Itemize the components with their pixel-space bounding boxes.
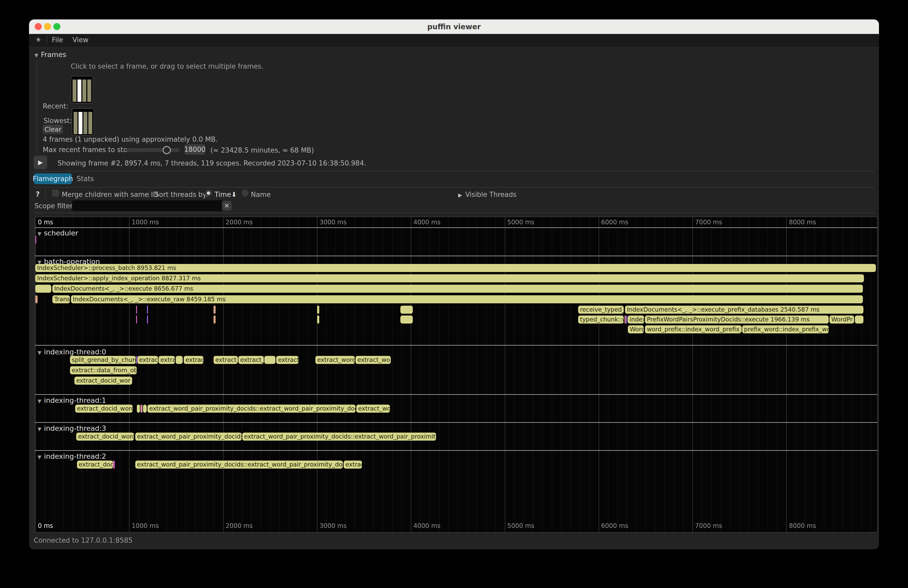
flame-bar[interactable]: extract_docid_word bbox=[76, 432, 134, 440]
flame-bar[interactable] bbox=[176, 356, 183, 364]
flame-bar[interactable] bbox=[400, 315, 413, 323]
flame-bar[interactable] bbox=[136, 315, 137, 323]
flame-bar[interactable]: WordPr bbox=[829, 315, 854, 323]
flame-bar[interactable]: extract_wo bbox=[356, 356, 391, 364]
sort-name-label[interactable]: Name bbox=[251, 191, 271, 198]
flame-bar[interactable]: IndexDocuments<_, _>::execute_raw 8459.1… bbox=[71, 295, 863, 303]
clear-filter-button[interactable]: ✕ bbox=[222, 201, 232, 210]
help-button[interactable]: ? bbox=[36, 190, 40, 198]
flame-bar[interactable] bbox=[137, 405, 140, 413]
frame-bar bbox=[79, 112, 82, 134]
frames-summary: 4 frames (1 unpacked) using approximatel… bbox=[43, 135, 218, 143]
menu-file[interactable]: File bbox=[52, 36, 63, 44]
flame-bar[interactable]: extract_word_pair_proximity_docids bbox=[135, 432, 242, 440]
flame-bar[interactable]: word_prefix::index_word_prefix_ bbox=[645, 325, 742, 333]
separator bbox=[149, 189, 149, 198]
flame-bar[interactable] bbox=[35, 295, 37, 303]
flame-bar[interactable] bbox=[147, 306, 148, 314]
flame-bar[interactable]: extract_word_pair_proximity_docids::extr… bbox=[135, 461, 343, 469]
flame-bar[interactable]: extract::data_from_ob bbox=[70, 366, 137, 374]
window-title: puffin viewer bbox=[29, 22, 879, 31]
flame-bar[interactable]: Word bbox=[628, 325, 644, 333]
flame-bar[interactable]: extrac bbox=[184, 356, 203, 364]
flame-bar[interactable] bbox=[136, 306, 137, 314]
time-tick-label: 2000 ms bbox=[226, 522, 253, 529]
chevron-down-icon: ▼ bbox=[37, 426, 42, 432]
flame-bar[interactable]: receive_typed_ bbox=[578, 306, 624, 314]
thread-header-indexing-thread:0[interactable]: ▼indexing-thread:0 bbox=[37, 348, 106, 356]
flame-bar[interactable]: extract bbox=[137, 356, 158, 364]
flame-bar[interactable]: extract_doc bbox=[77, 461, 113, 469]
flame-bar[interactable] bbox=[625, 315, 626, 323]
flame-bar[interactable] bbox=[35, 285, 51, 293]
thread-header-indexing-thread:1[interactable]: ▼indexing-thread:1 bbox=[37, 396, 106, 404]
thread-header-scheduler[interactable]: ▼scheduler bbox=[37, 229, 78, 237]
frames-section-header[interactable]: ▼Frames bbox=[34, 50, 66, 59]
theme-toggle-icon[interactable]: ✳ bbox=[36, 36, 41, 43]
flame-bar[interactable]: index bbox=[628, 315, 644, 323]
flame-bar[interactable]: extract_ bbox=[214, 356, 238, 364]
menu-separator bbox=[47, 35, 47, 44]
flame-bar[interactable] bbox=[35, 236, 36, 244]
thread-header-indexing-thread:3[interactable]: ▼indexing-thread:3 bbox=[37, 424, 106, 432]
recent-frames-thumbnail[interactable] bbox=[71, 76, 93, 103]
flame-bar[interactable] bbox=[147, 315, 148, 323]
flame-bar[interactable]: extract_docid_word bbox=[75, 405, 133, 413]
play-button[interactable]: ▶ bbox=[34, 156, 47, 169]
merge-label[interactable]: Merge children with same ID bbox=[62, 191, 158, 198]
sort-time-label[interactable]: Time bbox=[214, 191, 231, 198]
flame-bar[interactable]: split_grenad_by_chun bbox=[70, 356, 136, 364]
slider-knob[interactable] bbox=[163, 146, 171, 154]
flame-bar[interactable]: extract_ bbox=[238, 356, 264, 364]
flame-bar[interactable]: extract_docid_wor bbox=[74, 377, 132, 385]
flame-bar[interactable] bbox=[855, 315, 863, 323]
flame-bar[interactable] bbox=[140, 405, 143, 413]
flame-bar[interactable]: extract bbox=[276, 356, 298, 364]
flame-bar[interactable]: Trans bbox=[52, 295, 70, 303]
sort-time-radio[interactable] bbox=[205, 190, 212, 197]
flame-bar[interactable]: extract_word_pair_proximity_docids::extr… bbox=[242, 432, 436, 440]
max-frames-value[interactable]: 18000 bbox=[185, 144, 205, 155]
scope-filter-input[interactable] bbox=[72, 200, 223, 211]
flame-bar[interactable]: PrefixWordPairsProximityDocids::execute … bbox=[645, 315, 829, 323]
merge-checkbox[interactable] bbox=[52, 190, 59, 197]
visible-threads-toggle[interactable]: ▶Visible Threads bbox=[458, 191, 517, 198]
flame-bar[interactable]: IndexDocuments<_, _>::execute_prefix_dat… bbox=[625, 306, 863, 314]
time-tick-label: 8000 ms bbox=[789, 218, 816, 226]
clear-button[interactable]: Clear bbox=[43, 125, 63, 134]
menu-bar: ✳ File View bbox=[29, 34, 879, 47]
flame-bar[interactable] bbox=[214, 315, 216, 323]
flame-bar[interactable] bbox=[143, 405, 147, 413]
flame-bar[interactable]: extract_word_pair_proximity_docids::extr… bbox=[147, 405, 356, 413]
frame-bar bbox=[74, 112, 77, 134]
tab-flamegraph[interactable]: Flamegraph bbox=[34, 173, 72, 184]
flame-bar[interactable] bbox=[626, 315, 627, 323]
flame-bar[interactable]: IndexScheduler>::process_batch 8953.821 … bbox=[35, 264, 876, 272]
flame-bar[interactable]: extrac bbox=[344, 461, 362, 469]
tab-stats[interactable]: Stats bbox=[74, 173, 97, 184]
flame-bar[interactable]: IndexScheduler>::apply_index_operation 8… bbox=[35, 274, 864, 282]
thread-header-indexing-thread:2[interactable]: ▼indexing-thread:2 bbox=[37, 452, 106, 460]
flame-bar[interactable]: prefix_word::index_prefix_wo bbox=[742, 325, 829, 333]
flame-bar[interactable] bbox=[113, 461, 115, 469]
max-frames-slider[interactable] bbox=[126, 148, 180, 152]
sort-direction-icon[interactable]: ⬇ bbox=[231, 191, 237, 198]
flame-bar[interactable] bbox=[317, 306, 319, 314]
flame-bar[interactable] bbox=[400, 306, 413, 314]
flame-bar[interactable] bbox=[264, 356, 275, 364]
chevron-right-icon: ▶ bbox=[458, 192, 462, 198]
flame-bar[interactable]: extract_wo bbox=[356, 405, 390, 413]
flame-bar[interactable]: extra bbox=[159, 356, 175, 364]
max-frames-label: Max recent frames to store: bbox=[43, 146, 136, 154]
slowest-frames-thumbnail[interactable] bbox=[72, 108, 94, 136]
flame-bar[interactable] bbox=[136, 356, 137, 364]
flame-bar[interactable] bbox=[214, 306, 216, 314]
flame-bar[interactable]: typed_chunk::w bbox=[578, 315, 624, 323]
flamegraph-panel[interactable]: 0 ms0 ms1000 ms1000 ms2000 ms2000 ms3000… bbox=[34, 217, 878, 533]
flame-bar[interactable]: extract_word bbox=[316, 356, 355, 364]
sort-name-radio[interactable] bbox=[241, 190, 248, 197]
flame-bar[interactable]: IndexDocuments<_, _>::execute 8656.677 m… bbox=[52, 285, 863, 293]
flame-bar[interactable] bbox=[317, 315, 319, 323]
time-tick-label: 6000 ms bbox=[601, 522, 628, 529]
menu-view[interactable]: View bbox=[72, 36, 89, 44]
